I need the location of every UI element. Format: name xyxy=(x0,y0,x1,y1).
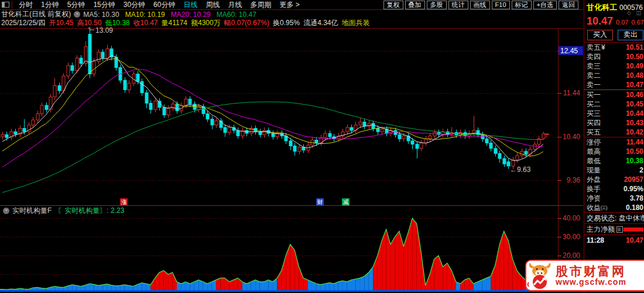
list-icon[interactable] xyxy=(616,226,623,233)
watermark-site-name: 股市财富网 xyxy=(556,265,626,278)
ask-row-1[interactable]: 卖一 10.47 xyxy=(584,80,644,89)
bid-row-2[interactable]: 买二 10.45 xyxy=(584,99,644,109)
svg-text:12.45: 12.45 xyxy=(560,47,578,55)
info-row-1: 最高10.50 xyxy=(584,147,644,156)
stock-trading-app: 分时1分钟5分钟15分钟30分钟60分钟日线周线月线多周期更多 > 复权叠加多股… xyxy=(0,0,644,293)
main-gridlines xyxy=(0,51,561,275)
ma-line-ma5 xyxy=(2,56,543,161)
indicator-collapse-icon[interactable]: ˅ xyxy=(3,208,9,214)
axis-labels: 12.4511.4410.409.3640.0030.0020.00 xyxy=(559,46,583,260)
last-price: 10.47 xyxy=(587,15,613,27)
kline-chart-canvas[interactable]: 12.4511.4410.409.3640.0030.0020.0013.09←… xyxy=(0,0,644,293)
signal-marker-2: 减 xyxy=(342,198,350,206)
sell-button[interactable]: 卖出 xyxy=(618,30,643,40)
ask-row-2[interactable]: 卖二 10.48 xyxy=(584,71,644,80)
info-row-3: 现量2 xyxy=(584,166,644,175)
ma-line-ma60 xyxy=(2,102,543,192)
info-row-4: 外盘20957 xyxy=(584,175,644,184)
trade-status: 交易状态: 盘中休市 xyxy=(584,213,644,223)
svg-text:40.00: 40.00 xyxy=(563,214,580,222)
indicator-name: 实时机构量F xyxy=(12,206,52,216)
bid-row-3[interactable]: 买三 10.44 xyxy=(584,109,644,118)
info-row-2: 最低10.38 xyxy=(584,156,644,166)
svg-text:13.09: 13.09 xyxy=(95,26,113,35)
time-price-row: 11:28 10.47 xyxy=(584,235,644,246)
ma-line-ma10 xyxy=(2,58,543,156)
svg-text:11.44: 11.44 xyxy=(563,89,580,97)
price-annotations: 13.09←9.63 xyxy=(88,26,531,174)
info-row-0: 涨停11.44 xyxy=(584,137,644,147)
bid-row-1[interactable]: 买一 10.46 xyxy=(584,90,644,99)
ask-row-5[interactable]: 卖五¥ 10.51 xyxy=(584,43,644,52)
quote-panel: 甘化科工 000576◇ ◫ 10.47 0.07 0.67% 买入 卖出 卖五… xyxy=(584,0,644,293)
bull-logo-icon xyxy=(526,261,553,290)
ask-row-3[interactable]: 卖三 10.49 xyxy=(584,61,644,71)
indicator-area xyxy=(0,218,558,290)
bid-row-5[interactable]: 买五 10.42 xyxy=(584,127,644,137)
price-change: 0.07 xyxy=(616,19,628,26)
main-flow-bar xyxy=(624,227,643,232)
ask-row-4[interactable]: 卖四 10.50 xyxy=(584,52,644,61)
svg-text:20.00: 20.00 xyxy=(563,251,580,260)
bid-row-4[interactable]: 买四 10.43 xyxy=(584,118,644,127)
svg-text:10.40: 10.40 xyxy=(563,133,580,141)
info-row-6: 净资3.78 xyxy=(584,194,644,203)
stock-name: 甘化科工 xyxy=(587,2,617,13)
candles-layer xyxy=(1,24,545,169)
panel-layout-icons[interactable]: ◇ ◫ xyxy=(627,10,643,16)
buy-button[interactable]: 买入 xyxy=(587,30,613,40)
ma-lines xyxy=(2,56,543,192)
indicator-value: 〖实时机构量〗: 2.23 xyxy=(57,206,124,216)
info-row-5: 换手0.95% xyxy=(584,184,644,194)
svg-text:30.00: 30.00 xyxy=(563,233,580,241)
quote-time: 11:28 xyxy=(587,235,604,246)
trade-buttons: 买入 卖出 xyxy=(584,29,644,42)
price-change-pct: 0.67% xyxy=(631,19,644,26)
quote-time-price: 10.47 xyxy=(626,235,643,246)
signal-marker-0: 涨 xyxy=(120,198,128,206)
info-row-7: 收益㈢0.180 xyxy=(584,203,644,212)
signal-marker-1: 财 xyxy=(316,198,324,206)
svg-text:←9.63: ←9.63 xyxy=(510,166,531,174)
indicator-header: ˅ 实时机构量F 〖实时机构量〗: 2.23 xyxy=(0,206,558,215)
svg-text:9.36: 9.36 xyxy=(567,176,581,184)
watermark-url: www.gscfw.com xyxy=(556,278,626,287)
main-flow-row: 主力净额 xyxy=(584,224,644,235)
ma-line-ma20 xyxy=(2,69,543,167)
watermark: 股市财富网 www.gscfw.com xyxy=(525,260,644,291)
